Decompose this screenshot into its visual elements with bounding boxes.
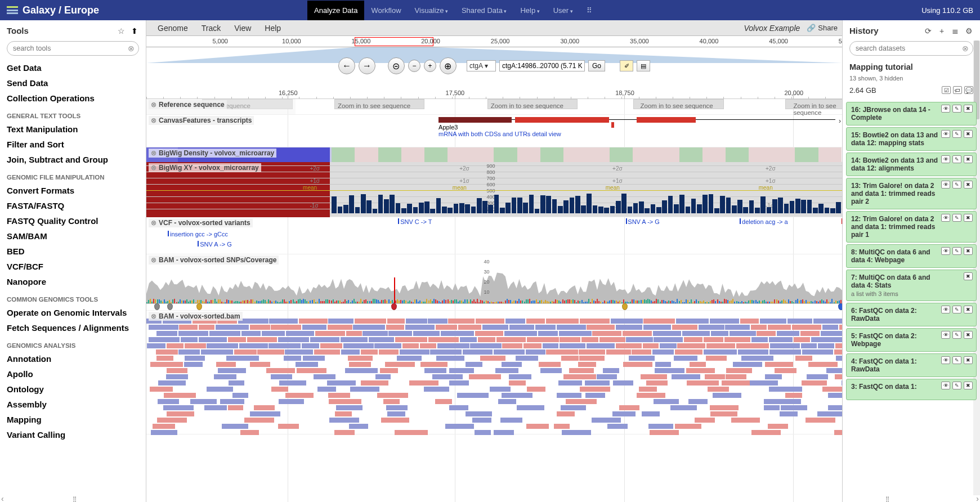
bam-read[interactable] [613, 380, 634, 386]
bam-read[interactable] [587, 343, 615, 348]
bam-read[interactable] [278, 424, 299, 429]
tool-variant-calling[interactable]: Variant Calling [7, 427, 139, 442]
bam-read[interactable] [343, 343, 374, 348]
bam-read[interactable] [687, 380, 719, 386]
bam-read[interactable] [560, 337, 580, 342]
bam-read[interactable] [675, 349, 702, 355]
left-collapse-handle[interactable]: ‹ ⣿ [0, 495, 146, 502]
bam-read[interactable] [178, 331, 208, 336]
bam-read[interactable] [470, 343, 501, 348]
bam-read[interactable] [787, 319, 812, 324]
share-button[interactable]: 🔗 Share [807, 24, 838, 32]
bam-read[interactable] [559, 331, 591, 336]
bam-read[interactable] [405, 325, 435, 330]
del-icon[interactable]: ✖ [964, 155, 973, 163]
bam-read[interactable] [579, 356, 605, 361]
del-icon[interactable]: ✖ [964, 356, 973, 364]
bam-read[interactable] [781, 405, 807, 410]
bam-read[interactable] [726, 368, 752, 373]
upload-icon[interactable]: ⬆ [130, 26, 139, 35]
bam-read[interactable] [713, 393, 741, 398]
bam-read[interactable] [463, 349, 493, 355]
bam-read[interactable] [643, 343, 659, 348]
overview-ruler[interactable]: 05,00010,00015,00020,00025,00030,00035,0… [146, 36, 842, 47]
bam-read[interactable] [751, 337, 768, 342]
history-options-icon[interactable]: ⚙ [964, 26, 973, 35]
bam-read[interactable] [738, 349, 768, 355]
bam-read[interactable] [222, 424, 248, 429]
bam-read[interactable] [436, 325, 457, 330]
select-all-icon[interactable]: ☑ [942, 86, 951, 94]
bam-read[interactable] [361, 349, 378, 355]
bam-read[interactable] [150, 362, 183, 367]
bam-read[interactable] [314, 374, 336, 379]
bam-read[interactable] [741, 356, 773, 361]
bam-read[interactable] [380, 368, 398, 373]
bam-read[interactable] [580, 387, 610, 392]
bam-read[interactable] [329, 418, 359, 423]
bam-read[interactable] [241, 331, 261, 336]
bam-read[interactable] [302, 325, 326, 330]
bam-read[interactable] [150, 387, 173, 392]
bam-read[interactable] [769, 349, 802, 355]
bam-read[interactable] [842, 380, 842, 386]
history-list-icon[interactable]: ≣ [951, 26, 960, 35]
right-collapse-handle[interactable]: ⣿ › [843, 495, 980, 502]
bam-read[interactable] [262, 331, 285, 336]
favorites-icon[interactable]: ☆ [117, 26, 126, 35]
eye-icon[interactable]: 👁 [941, 130, 950, 138]
bam-read[interactable] [220, 399, 244, 404]
bam-read[interactable] [238, 319, 269, 324]
bam-read[interactable] [792, 325, 821, 330]
refseq-select[interactable]: ctgA ▾ [467, 60, 496, 71]
bam-read[interactable] [722, 380, 750, 386]
bam-read[interactable] [686, 368, 715, 373]
bam-read[interactable] [254, 405, 275, 410]
location-input[interactable] [499, 60, 585, 71]
close-icon[interactable]: ⊗ [151, 149, 156, 157]
bam-read[interactable] [167, 368, 187, 373]
bam-read[interactable] [585, 393, 605, 398]
bam-read[interactable] [279, 380, 306, 386]
bam-read[interactable] [303, 356, 324, 361]
tools-search-input[interactable] [7, 41, 139, 56]
tool-convert-formats[interactable]: Convert Formats [7, 183, 139, 198]
dataset-item[interactable]: 4: FastQC on data 1: RawData👁✎✖ [846, 353, 977, 377]
bam-read[interactable] [285, 393, 314, 398]
del-icon[interactable]: ✖ [964, 382, 973, 389]
edit-icon[interactable]: ✎ [952, 331, 961, 339]
tool-fetch-sequences-alignments[interactable]: Fetch Sequences / Alignments [7, 320, 139, 335]
bam-read[interactable] [736, 343, 769, 348]
bam-read[interactable] [204, 405, 227, 410]
bam-read[interactable] [374, 343, 401, 348]
del-icon[interactable]: ✖ [964, 331, 973, 339]
bam-read[interactable] [526, 424, 548, 429]
nav-visualize[interactable]: Visualize [408, 1, 455, 20]
bam-read[interactable] [517, 405, 544, 410]
bam-read[interactable] [597, 374, 617, 379]
tool-list[interactable]: Get DataSend DataCollection OperationsGE… [0, 60, 146, 495]
bam-read[interactable] [704, 349, 737, 355]
bam-read[interactable] [199, 337, 227, 342]
track-transcripts[interactable]: ⊗CanvasFeatures - transcripts › Apple3 m… [146, 115, 842, 147]
bam-read[interactable] [653, 331, 681, 336]
bam-read[interactable] [500, 418, 522, 423]
bam-read[interactable] [606, 349, 630, 355]
bam-read[interactable] [355, 319, 386, 324]
bam-read[interactable] [201, 349, 234, 355]
tool-assembly[interactable]: Assembly [7, 397, 139, 412]
edit-icon[interactable]: ✎ [952, 247, 961, 255]
bam-read[interactable] [395, 430, 427, 435]
del-icon[interactable]: ✖ [964, 105, 973, 113]
bam-read[interactable] [626, 337, 652, 342]
bam-read[interactable] [768, 325, 791, 330]
bam-read[interactable] [214, 374, 236, 379]
dataset-item[interactable]: 7: MultiQC on data 6 and data 4: Statsa … [846, 270, 977, 301]
bam-read[interactable] [166, 374, 188, 379]
bam-read[interactable] [315, 331, 345, 336]
bam-read[interactable] [314, 349, 341, 355]
bam-read[interactable] [151, 430, 177, 435]
bam-read[interactable] [284, 356, 301, 361]
bam-read[interactable] [619, 405, 639, 410]
bam-read[interactable] [386, 325, 404, 330]
